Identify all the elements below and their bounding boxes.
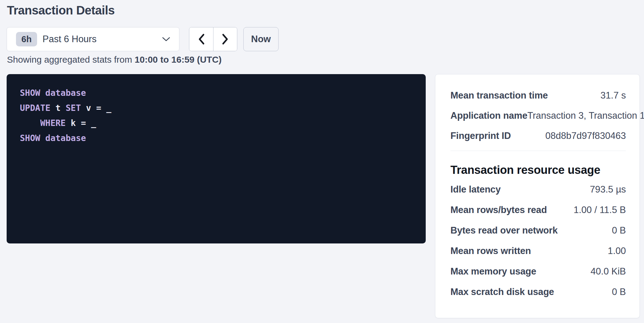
summary-rows: Mean transaction time31.7 sApplication n… xyxy=(450,90,626,141)
sql-code-line: SHOW database xyxy=(20,131,412,146)
sql-code-line: WHERE k = _ xyxy=(20,116,412,131)
time-controls: 6h Past 6 Hours xyxy=(7,27,279,51)
sql-code: SHOW databaseUPDATE t SET v = _ WHERE k … xyxy=(20,86,412,146)
stat-value: Transaction 3, Transaction 1 xyxy=(527,110,644,121)
time-range-badge: 6h xyxy=(16,32,37,46)
stat-value: 31.7 s xyxy=(601,90,626,101)
now-button[interactable]: Now xyxy=(243,27,279,51)
stat-value: 0 B xyxy=(612,225,626,236)
time-step-button-group xyxy=(189,27,237,51)
stat-value: 40.0 KiB xyxy=(591,266,626,277)
stat-value: 1.00 / 11.5 B xyxy=(574,205,626,215)
stat-value: 08d8b7d97f830463 xyxy=(545,130,626,141)
stat-row: Mean rows written1.00 xyxy=(450,246,626,256)
chevron-down-icon xyxy=(162,36,171,42)
next-interval-button[interactable] xyxy=(213,27,237,51)
stat-value: 1.00 xyxy=(608,246,626,256)
time-range-dropdown[interactable]: 6h Past 6 Hours xyxy=(7,27,179,51)
stat-row: Idle latency793.5 µs xyxy=(450,184,626,194)
sql-code-line: SHOW database xyxy=(20,86,412,101)
panel-divider xyxy=(450,151,626,151)
previous-interval-button[interactable] xyxy=(189,27,213,51)
sql-text: v = _ xyxy=(81,103,111,113)
sql-code-line: UPDATE t SET v = _ xyxy=(20,101,412,116)
stat-label: Idle latency xyxy=(450,184,500,195)
stat-label: Mean transaction time xyxy=(450,90,548,101)
stat-label: Max scratch disk usage xyxy=(450,287,554,297)
time-range-label: Past 6 Hours xyxy=(43,34,96,45)
stat-value: 0 B xyxy=(612,287,626,297)
sql-text: t xyxy=(50,103,66,113)
sql-text xyxy=(20,118,40,128)
stat-label: Application name xyxy=(450,110,527,121)
page-title: Transaction Details xyxy=(7,4,115,17)
stat-row: Mean transaction time31.7 s xyxy=(450,90,626,100)
sql-keyword: SHOW database xyxy=(20,88,86,98)
transaction-details-panel: Mean transaction time31.7 sApplication n… xyxy=(435,74,640,318)
stat-row: Mean rows/bytes read1.00 / 11.5 B xyxy=(450,205,626,215)
sql-keyword: UPDATE xyxy=(20,103,50,113)
stat-label: Bytes read over network xyxy=(450,225,558,236)
transaction-details-page: Transaction Details 6h Past 6 Hours xyxy=(0,0,644,323)
sql-keyword: WHERE xyxy=(40,118,65,128)
sql-statement-box: SHOW databaseUPDATE t SET v = _ WHERE k … xyxy=(7,74,426,243)
stat-label: Mean rows written xyxy=(450,246,531,256)
resource-usage-heading: Transaction resource usage xyxy=(450,163,626,177)
stat-label: Fingerprint ID xyxy=(450,130,511,141)
stat-label: Mean rows/bytes read xyxy=(450,205,547,215)
stat-row: Fingerprint ID08d8b7d97f830463 xyxy=(450,130,626,141)
chevron-right-icon xyxy=(222,33,229,45)
stat-row: Bytes read over network0 B xyxy=(450,225,626,235)
aggregated-stats-caption: Showing aggregated stats from 10:00 to 1… xyxy=(7,55,222,65)
caption-range: 10:00 to 16:59 (UTC) xyxy=(135,55,222,64)
stat-value: 793.5 µs xyxy=(590,184,626,195)
stat-row: Application nameTransaction 3, Transacti… xyxy=(450,110,626,121)
chevron-left-icon xyxy=(198,33,205,45)
caption-prefix: Showing aggregated stats from xyxy=(7,55,135,64)
sql-keyword: SHOW database xyxy=(20,133,86,143)
stat-row: Max memory usage40.0 KiB xyxy=(450,266,626,276)
stat-label: Max memory usage xyxy=(450,266,536,277)
sql-text: k = _ xyxy=(66,118,96,128)
usage-rows: Idle latency793.5 µsMean rows/bytes read… xyxy=(450,184,626,297)
sql-keyword: SET xyxy=(66,103,81,113)
stat-row: Max scratch disk usage0 B xyxy=(450,287,626,297)
